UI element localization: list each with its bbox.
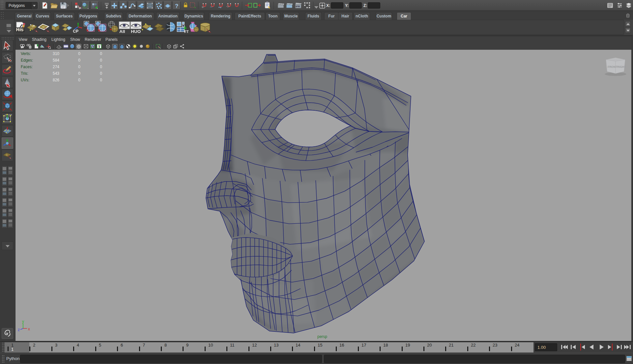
svg-text:HUO: HUO — [131, 29, 141, 34]
svg-text:CP: CP — [73, 29, 78, 34]
svg-text:IPR: IPR — [296, 5, 300, 8]
svg-text:?: ? — [175, 3, 178, 9]
svg-text:All: All — [119, 29, 125, 34]
svg-text:His: His — [16, 27, 24, 32]
